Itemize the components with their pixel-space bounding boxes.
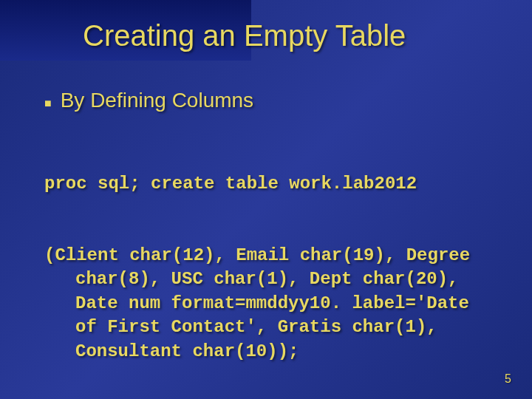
slide-title: Creating an Empty Table	[83, 19, 406, 52]
code-line: (Client char(12), Email char(19), Degree…	[44, 244, 488, 364]
code-line: proc sql; create table work.lab2012	[44, 172, 488, 196]
bullet-square-icon: ■	[44, 92, 52, 115]
bullet-label: By Defining Columns	[61, 89, 253, 112]
bullet-item: ■ By Defining Columns	[44, 89, 488, 115]
page-number: 5	[505, 372, 511, 386]
content-area: ■ By Defining Columns proc sql; create t…	[44, 89, 488, 399]
code-block: proc sql; create table work.lab2012 (Cli…	[44, 124, 488, 399]
